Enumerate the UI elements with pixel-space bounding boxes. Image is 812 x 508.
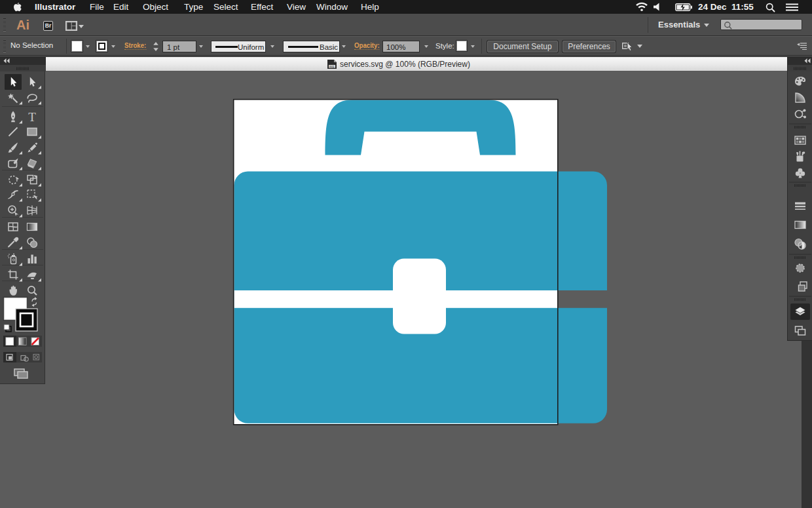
- svg-text:svg: svg: [329, 65, 335, 68]
- svg-text:T: T: [28, 110, 36, 124]
